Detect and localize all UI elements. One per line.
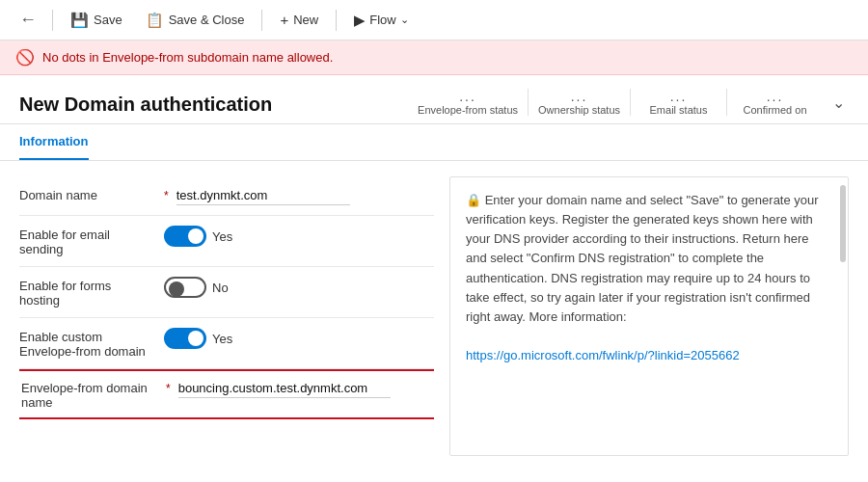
status-ownership: ... Ownership status bbox=[528, 89, 630, 116]
email-label: Email status bbox=[650, 104, 708, 116]
envelope-from-field-value: * bbox=[166, 379, 432, 398]
status-confirmed: ... Confirmed on bbox=[726, 89, 823, 116]
enable-forms-toggle[interactable] bbox=[164, 277, 206, 298]
envelope-from-dots: ... bbox=[459, 89, 476, 104]
main-content: Domain name * Enable for email sending Y… bbox=[0, 161, 868, 471]
domain-name-row: Domain name * bbox=[19, 176, 434, 216]
enable-email-label: Enable for email sending bbox=[19, 226, 154, 256]
enable-custom-row: Enable custom Envelope-from domain Yes bbox=[19, 318, 434, 369]
info-link[interactable]: https://go.microsoft.com/fwlink/p/?linki… bbox=[466, 348, 740, 362]
info-panel-text: 🔒 Enter your domain name and select "Sav… bbox=[466, 191, 832, 365]
domain-name-input[interactable] bbox=[176, 186, 350, 205]
scrollbar[interactable] bbox=[840, 185, 846, 262]
save-icon: 💾 bbox=[70, 12, 89, 29]
expand-button[interactable]: ⌄ bbox=[828, 90, 849, 116]
enable-custom-toggle[interactable] bbox=[164, 328, 206, 349]
status-email: ... Email status bbox=[630, 89, 726, 116]
envelope-from-field-label: Envelope-from domain name bbox=[21, 379, 156, 410]
enable-email-toggle[interactable] bbox=[164, 226, 206, 247]
save-close-button[interactable]: 📋 Save & Close bbox=[136, 7, 255, 34]
enable-forms-text: No bbox=[212, 281, 229, 295]
confirmed-label: Confirmed on bbox=[743, 104, 806, 116]
domain-name-value: * bbox=[164, 186, 434, 205]
tab-bar: Information bbox=[0, 124, 868, 161]
enable-custom-text: Yes bbox=[212, 332, 232, 346]
save-button[interactable]: 💾 Save bbox=[61, 7, 132, 34]
new-button[interactable]: + New bbox=[270, 7, 328, 33]
required-star-envelope: * bbox=[166, 382, 171, 395]
confirmed-dots: ... bbox=[767, 89, 784, 104]
enable-custom-value: Yes bbox=[164, 328, 434, 349]
status-envelope-from: ... Envelope-from status bbox=[408, 89, 528, 116]
enable-forms-value: No bbox=[164, 277, 434, 298]
info-panel: 🔒 Enter your domain name and select "Sav… bbox=[449, 176, 849, 456]
envelope-from-row: Envelope-from domain name * bbox=[19, 369, 434, 419]
toolbar-divider-2 bbox=[261, 10, 262, 31]
toolbar: ← 💾 Save 📋 Save & Close + New ▶ Flow ⌄ bbox=[0, 0, 868, 40]
form-area: Domain name * Enable for email sending Y… bbox=[19, 176, 434, 456]
enable-email-value: Yes bbox=[164, 226, 434, 247]
tab-information[interactable]: Information bbox=[19, 124, 89, 160]
domain-name-label: Domain name bbox=[19, 186, 154, 202]
envelope-from-input[interactable] bbox=[178, 379, 391, 398]
back-button[interactable]: ← bbox=[12, 6, 44, 34]
toolbar-divider-3 bbox=[336, 10, 337, 31]
required-star-domain: * bbox=[164, 189, 169, 202]
envelope-from-label: Envelope-from status bbox=[418, 104, 518, 116]
ownership-label: Ownership status bbox=[538, 104, 620, 116]
ownership-dots: ... bbox=[571, 89, 588, 104]
enable-email-row: Enable for email sending Yes bbox=[19, 216, 434, 267]
email-dots: ... bbox=[670, 89, 688, 104]
status-area: ... Envelope-from status ... Ownership s… bbox=[408, 89, 849, 116]
save-close-icon: 📋 bbox=[146, 12, 164, 29]
new-icon: + bbox=[280, 12, 288, 28]
enable-custom-label: Enable custom Envelope-from domain bbox=[19, 328, 154, 359]
lock-icon: 🔒 bbox=[466, 193, 481, 207]
enable-forms-label: Enable for forms hosting bbox=[19, 277, 154, 308]
enable-email-text: Yes bbox=[212, 229, 232, 244]
page-title: New Domain authentication bbox=[19, 94, 272, 116]
flow-button[interactable]: ▶ Flow ⌄ bbox=[344, 7, 418, 34]
error-circle-icon: 🚫 bbox=[15, 48, 35, 67]
flow-icon: ▶ bbox=[354, 12, 366, 29]
flow-chevron-icon: ⌄ bbox=[400, 13, 409, 26]
toolbar-divider-1 bbox=[52, 10, 53, 31]
error-banner: 🚫 No dots in Envelope-from subdomain nam… bbox=[0, 40, 868, 75]
enable-forms-row: Enable for forms hosting No bbox=[19, 267, 434, 318]
error-message: No dots in Envelope-from subdomain name … bbox=[42, 50, 333, 65]
page-header: New Domain authentication ... Envelope-f… bbox=[0, 75, 868, 124]
